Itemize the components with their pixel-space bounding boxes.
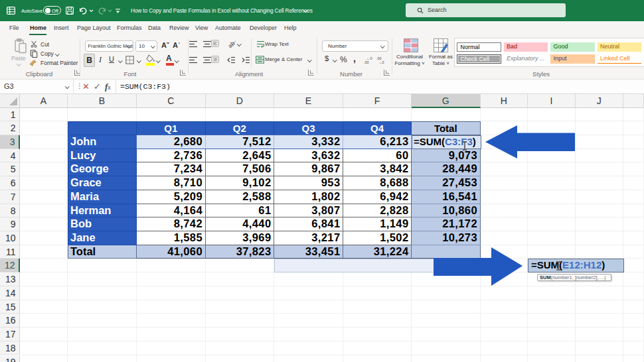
svg-text:.00: .00: [364, 60, 369, 64]
svg-text:→0: →0: [378, 60, 384, 64]
svg-text:ab: ab: [228, 40, 236, 48]
